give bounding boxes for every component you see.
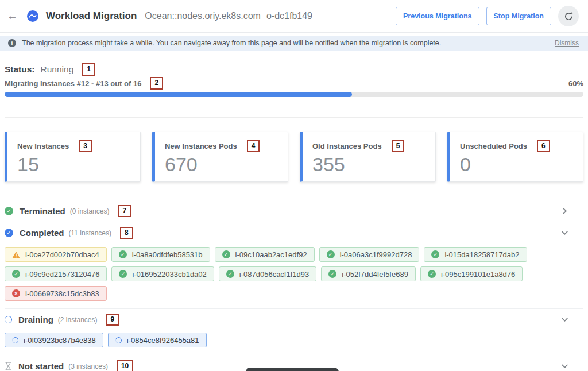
stop-migration-button[interactable]: Stop Migration [486, 7, 552, 25]
x-circle-icon: × [12, 289, 20, 297]
ocean-logo-icon [27, 10, 38, 22]
instance-chip[interactable]: ✓i-09c10aab2ac1edf92 [215, 247, 315, 262]
section-count: (3 instances) [68, 362, 108, 370]
cropped-tooltip [246, 368, 339, 371]
section-count: (0 instances) [70, 207, 110, 215]
annotation-marker-10: 10 [117, 360, 133, 371]
card-value: 0 [460, 154, 574, 175]
instance-id: i-0f03923bc87b4e838 [24, 336, 96, 345]
chevron-down-icon[interactable] [561, 362, 568, 370]
check-circle-icon: ✓ [222, 250, 230, 258]
instance-chip[interactable]: ✓i-052f7dd4fef5fe689 [321, 266, 416, 281]
migration-progress-text: Migrating instances #12 - #13 out of 16 [5, 79, 141, 88]
section-completed: ✓ Completed (11 instances) 8 i-0ce27d002… [5, 222, 583, 301]
dismiss-link[interactable]: Dismiss [555, 39, 579, 47]
instance-chip[interactable]: i-0854ce8f926455a81 [108, 333, 207, 347]
check-circle-icon: ✓ [5, 229, 13, 237]
section-header-draining[interactable]: Draining (2 instances) 9 [5, 309, 583, 330]
instance-id: i-0a06a3c1f9992d728 [340, 250, 412, 259]
section-header-terminated[interactable]: ✓ Terminated (0 instances) 7 [5, 200, 583, 222]
instance-id: i-095c199101e1a8d76 [441, 270, 515, 279]
card-unscheduled-pods: Unscheduled Pods 6 0 [447, 132, 583, 182]
section-draining: Draining (2 instances) 9 i-0f03923bc87b4… [5, 308, 583, 347]
spinner-icon [115, 337, 122, 343]
instance-chip[interactable]: ✓i-09c9ed21573120476 [5, 266, 107, 281]
info-banner: i The migration process might take a whi… [0, 36, 588, 51]
header-actions: Previous Migrations Stop Migration [396, 6, 579, 26]
page-title: Workload Migration [46, 10, 137, 22]
ocean-id: o-dc1fb149 [266, 11, 312, 21]
back-arrow-icon[interactable]: ← [7, 10, 18, 22]
progress-fill [5, 92, 352, 97]
annotation-marker-4: 4 [247, 140, 260, 152]
instance-chip[interactable]: i-0f03923bc87b4e838 [5, 333, 103, 347]
instance-chip[interactable]: ×i-00669738c15dc3b83 [5, 286, 107, 301]
section-header-completed[interactable]: ✓ Completed (11 instances) 8 [5, 222, 583, 244]
check-circle-icon: ✓ [431, 250, 439, 258]
annotation-marker-2: 2 [150, 77, 163, 89]
card-label: New Instances Pods [165, 142, 237, 150]
card-value: 355 [312, 154, 426, 175]
card-new-instances-pods: New Instances Pods 4 670 [152, 132, 288, 182]
previous-migrations-button[interactable]: Previous Migrations [396, 7, 479, 25]
instance-id: i-0a8a0dfdfeb58531b [132, 250, 203, 259]
instance-id: i-0854ce8f926455a81 [127, 336, 199, 345]
section-title: Draining [18, 315, 53, 324]
cluster-name: Ocean::nodes.oriy.ek8s.com [145, 11, 261, 21]
check-circle-icon: ✓ [327, 250, 335, 258]
card-new-instances: New Instances 3 15 [5, 132, 141, 182]
chevron-right-icon[interactable] [561, 207, 568, 215]
status-label: Status: [5, 64, 35, 75]
refresh-icon [564, 11, 574, 21]
card-value: 670 [165, 154, 278, 175]
instance-chip[interactable]: ✓i-0169522033cb1da02 [111, 266, 214, 281]
hourglass-icon [5, 362, 12, 370]
progress-bar [5, 92, 583, 97]
warning-triangle-icon [12, 251, 20, 258]
instance-id: i-0169522033cb1da02 [132, 270, 206, 279]
annotation-marker-1: 1 [82, 63, 95, 75]
info-icon: i [8, 39, 16, 47]
section-title: Terminated [20, 206, 65, 216]
check-circle-icon: ✓ [12, 270, 20, 278]
instance-chip[interactable]: i-0ce27d002b70dbac4 [5, 247, 107, 262]
check-circle-icon: ✓ [119, 270, 127, 278]
instance-id: i-09c10aab2ac1edf92 [235, 250, 307, 259]
status-value: Running [41, 64, 74, 75]
check-circle-icon: ✓ [226, 270, 234, 278]
instance-id: i-0ce27d002b70dbac4 [25, 250, 99, 259]
main-content: Status: Running 1 Migrating instances #1… [0, 64, 588, 371]
annotation-marker-5: 5 [392, 140, 405, 152]
instance-chip-list: i-0ce27d002b70dbac4✓i-0a8a0dfdfeb58531b✓… [5, 247, 583, 301]
instance-sections: ✓ Terminated (0 instances) 7 ✓ Completed… [5, 200, 583, 371]
instance-chip[interactable]: ✓i-0a8a0dfdfeb58531b [111, 247, 210, 262]
check-circle-icon: ✓ [328, 270, 336, 278]
instance-chip[interactable]: ✓i-087d056cacf1f1d93 [219, 266, 316, 281]
check-circle-icon: ✓ [428, 270, 436, 278]
section-title: Not started [18, 361, 64, 371]
annotation-marker-8: 8 [120, 227, 133, 239]
instance-chip[interactable]: ✓i-095c199101e1a8d76 [420, 266, 523, 281]
chevron-down-icon[interactable] [561, 229, 568, 237]
progress-percent-label: 60% [568, 79, 583, 88]
card-old-instances-pods: Old Instances Pods 5 355 [300, 132, 436, 182]
section-count: (11 instances) [69, 229, 111, 237]
annotation-marker-7: 7 [118, 205, 131, 217]
section-terminated: ✓ Terminated (0 instances) 7 [5, 200, 583, 222]
status-row: Status: Running 1 [5, 64, 583, 75]
divider [5, 117, 583, 118]
section-title: Completed [20, 228, 64, 238]
refresh-button[interactable] [558, 6, 579, 26]
card-label: Unscheduled Pods [460, 142, 527, 150]
instance-chip[interactable]: ✓i-0a06a3c1f9992d728 [319, 247, 420, 262]
instance-id: i-015da18258717dab2 [444, 250, 519, 259]
instance-id: i-09c9ed21573120476 [25, 270, 99, 279]
instance-id: i-052f7dd4fef5fe689 [342, 270, 408, 279]
card-label: New Instances [17, 142, 69, 150]
banner-text: The migration process might take a while… [22, 39, 441, 47]
section-count: (2 instances) [58, 316, 98, 324]
check-circle-icon: ✓ [5, 207, 13, 215]
instance-chip[interactable]: ✓i-015da18258717dab2 [424, 247, 527, 262]
chevron-down-icon[interactable] [561, 316, 568, 323]
annotation-marker-9: 9 [106, 314, 119, 326]
